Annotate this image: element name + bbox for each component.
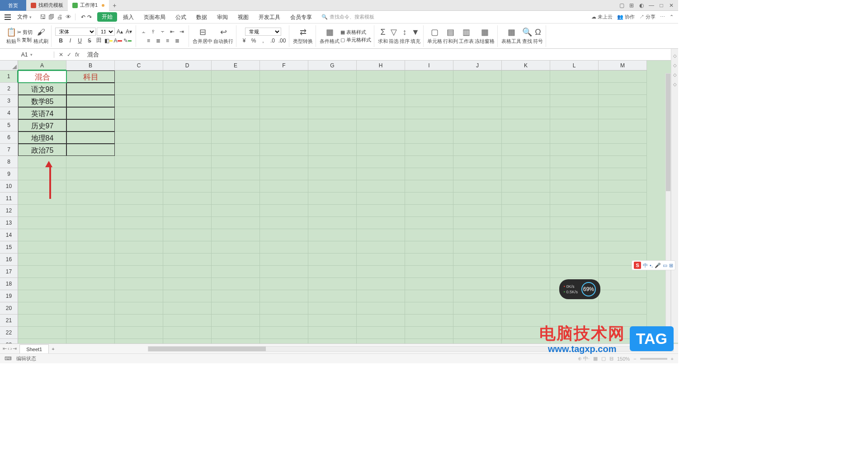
cell-E22[interactable] — [212, 327, 260, 339]
maximize-button[interactable]: □ — [657, 1, 665, 9]
highlight-button[interactable]: ✎ — [123, 37, 132, 45]
cell-K19[interactable] — [502, 290, 550, 302]
more-icon[interactable]: ⋯ — [660, 14, 665, 20]
cell-D8[interactable] — [163, 156, 212, 168]
cell-E12[interactable] — [212, 205, 260, 217]
redo-icon[interactable]: ↷ — [87, 14, 92, 20]
cell-G19[interactable] — [308, 290, 357, 302]
cell-D23[interactable] — [163, 339, 212, 343]
col-head-B[interactable]: B — [66, 61, 115, 70]
cell-G7[interactable] — [308, 144, 357, 156]
cell-G12[interactable] — [308, 205, 357, 217]
undo-icon[interactable]: ↶ — [81, 14, 85, 20]
cell-F6[interactable] — [260, 132, 308, 144]
paste-button[interactable]: 📋 粘贴 — [6, 27, 16, 45]
cell-G4[interactable] — [308, 107, 357, 119]
cell-C20[interactable] — [115, 302, 163, 315]
side-panel[interactable]: ◇◇◇◇ — [671, 49, 678, 343]
cell-C10[interactable] — [115, 180, 163, 193]
cell-K14[interactable] — [502, 229, 550, 241]
cell-F2[interactable] — [260, 83, 308, 95]
cell-F23[interactable] — [260, 339, 308, 343]
cell-F16[interactable] — [260, 254, 308, 266]
formula-input[interactable]: 混合 — [84, 51, 678, 59]
row-head-11[interactable]: 11 — [0, 193, 18, 205]
cell-E2[interactable] — [212, 83, 260, 95]
font-name-select[interactable]: 宋体 — [55, 28, 96, 36]
cell-M3[interactable] — [599, 95, 647, 107]
cell-I7[interactable] — [405, 144, 453, 156]
cell-C11[interactable] — [115, 193, 163, 205]
menu-tab-data[interactable]: 数据 — [192, 11, 211, 24]
cell-K6[interactable] — [502, 132, 550, 144]
cell-K4[interactable] — [502, 107, 550, 119]
font-color-button[interactable]: A — [114, 37, 122, 45]
cell-E16[interactable] — [212, 254, 260, 266]
cell-B16[interactable] — [66, 254, 115, 266]
cell-B4[interactable] — [66, 107, 115, 119]
cell-C6[interactable] — [115, 132, 163, 144]
cell-B19[interactable] — [66, 290, 115, 302]
cell-E20[interactable] — [212, 302, 260, 315]
cell-A13[interactable] — [18, 217, 66, 229]
cell-K12[interactable] — [502, 205, 550, 217]
cell-J6[interactable] — [453, 132, 502, 144]
cell-A11[interactable] — [18, 193, 66, 205]
cell-D11[interactable] — [163, 193, 212, 205]
user-icon[interactable]: ◐ — [637, 1, 646, 9]
row-head-13[interactable]: 13 — [0, 217, 18, 229]
cell-J13[interactable] — [453, 217, 502, 229]
cell-E8[interactable] — [212, 156, 260, 168]
fx-icon[interactable]: fx — [75, 52, 79, 58]
cell-E4[interactable] — [212, 107, 260, 119]
cell-L9[interactable] — [550, 168, 599, 180]
cell-H19[interactable] — [357, 290, 405, 302]
indent-dec-icon[interactable]: ⇤ — [168, 28, 176, 36]
cell-A8[interactable] — [18, 156, 66, 168]
cell-H11[interactable] — [357, 193, 405, 205]
justify-icon[interactable]: ≣ — [173, 37, 181, 45]
cell-K8[interactable] — [502, 156, 550, 168]
row-head-5[interactable]: 5 — [0, 119, 18, 132]
cell-F19[interactable] — [260, 290, 308, 302]
cell-H16[interactable] — [357, 254, 405, 266]
cell-G13[interactable] — [308, 217, 357, 229]
cell-F22[interactable] — [260, 327, 308, 339]
cell-E21[interactable] — [212, 315, 260, 327]
cell-C22[interactable] — [115, 327, 163, 339]
col-head-A[interactable]: A — [18, 61, 66, 70]
cell-H7[interactable] — [357, 144, 405, 156]
tab-template[interactable]: 找稻壳模板 — [26, 0, 68, 11]
cell-A14[interactable] — [18, 229, 66, 241]
cell-H2[interactable] — [357, 83, 405, 95]
tab-add[interactable]: + — [109, 2, 120, 9]
percent-icon[interactable]: % — [250, 37, 258, 45]
cell-F11[interactable] — [260, 193, 308, 205]
col-head-G[interactable]: G — [308, 61, 357, 70]
col-head-C[interactable]: C — [115, 61, 163, 70]
ime-toolbar[interactable]: S 中 •, 🎤 ▭ ⊞ — [632, 260, 675, 270]
cell-B10[interactable] — [66, 180, 115, 193]
cell-G17[interactable] — [308, 266, 357, 278]
cell-G23[interactable] — [308, 339, 357, 343]
cell-J10[interactable] — [453, 180, 502, 193]
cell-C5[interactable] — [115, 119, 163, 132]
cell-I20[interactable] — [405, 302, 453, 315]
underline-button[interactable]: U — [76, 37, 84, 45]
view-break-icon[interactable]: ⊟ — [609, 356, 613, 362]
cell-I2[interactable] — [405, 83, 453, 95]
cell-A22[interactable] — [18, 327, 66, 339]
cell-A2[interactable]: 语文98 — [18, 83, 66, 95]
cell-L20[interactable] — [550, 302, 599, 315]
format-painter-button[interactable]: 🖌 格式刷 — [33, 28, 48, 45]
filter-button[interactable]: ▽筛选 — [389, 27, 399, 45]
row-head-16[interactable]: 16 — [0, 254, 18, 266]
cell-E1[interactable] — [212, 70, 260, 83]
merge-button[interactable]: ⊟合并居中 — [193, 27, 212, 45]
cell-D19[interactable] — [163, 290, 212, 302]
cell-D7[interactable] — [163, 144, 212, 156]
col-head-K[interactable]: K — [502, 61, 550, 70]
dec-inc-icon[interactable]: .0 — [269, 37, 277, 45]
cell-A17[interactable] — [18, 266, 66, 278]
cell-G8[interactable] — [308, 156, 357, 168]
